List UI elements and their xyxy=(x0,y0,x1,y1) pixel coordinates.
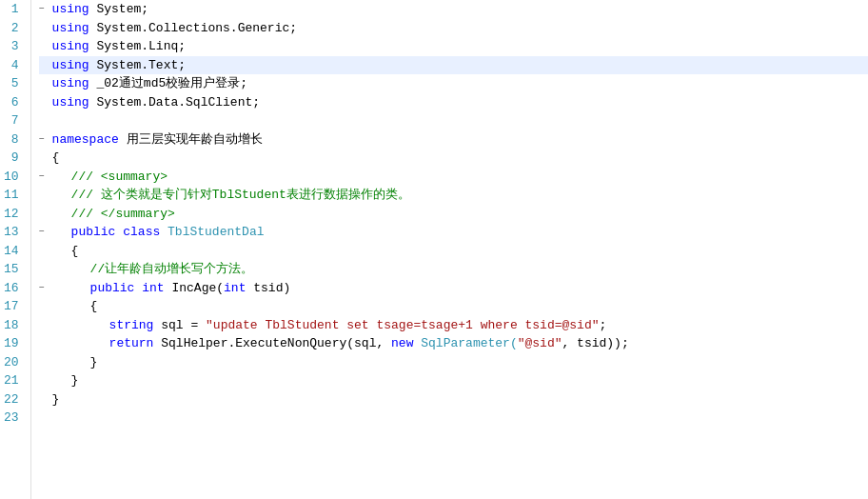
code-line: −using System; xyxy=(39,0,868,19)
keyword-token: public xyxy=(90,279,135,298)
identifier-token: SqlHelper.ExecuteNonQuery(sql, xyxy=(153,334,391,353)
comment-token: /// <summary> xyxy=(71,168,168,187)
fold-minus-icon: − xyxy=(39,225,50,239)
fold-minus-icon: − xyxy=(39,2,50,16)
keyword-token: using xyxy=(52,37,89,56)
punctuation-token: { xyxy=(71,242,79,261)
line-number: 18 xyxy=(4,316,23,335)
line-number: 14 xyxy=(4,242,23,261)
identifier-token: _02通过md5校验用户登录; xyxy=(89,74,247,93)
identifier-token: System.Text; xyxy=(89,56,186,75)
fold-minus-icon: − xyxy=(39,170,50,184)
punctuation-token: { xyxy=(90,297,98,316)
code-line: } xyxy=(39,353,868,372)
keyword-token: string xyxy=(109,316,154,335)
keyword-token: return xyxy=(109,334,154,353)
identifier-token: , tsid)); xyxy=(562,334,629,353)
line-number: 17 xyxy=(4,297,23,316)
identifier-token: System.Data.SqlClient; xyxy=(89,93,260,112)
comment-token: /// </summary> xyxy=(71,205,175,224)
keyword-token: using xyxy=(52,0,89,19)
line-number: 4 xyxy=(4,56,23,75)
space-token xyxy=(160,223,168,242)
identifier-token: IncAge( xyxy=(165,279,224,298)
identifier-token: System; xyxy=(89,0,148,19)
line-number: 5 xyxy=(4,74,23,93)
space-token xyxy=(134,279,142,298)
code-line: /// </summary> xyxy=(39,205,868,224)
line-number: 9 xyxy=(4,149,23,168)
code-line: −public class TblStudentDal xyxy=(39,223,868,242)
line-number: 10 xyxy=(4,168,23,187)
punctuation-token: } xyxy=(71,371,79,390)
keyword-token: class xyxy=(123,223,160,242)
punctuation-token: { xyxy=(52,149,60,168)
line-number: 3 xyxy=(4,37,23,56)
line-number: 11 xyxy=(4,186,23,205)
identifier-token: sql = xyxy=(153,316,206,335)
line-number: 23 xyxy=(4,409,23,428)
chinese-comment-token: //让年龄自动增长写个方法。 xyxy=(90,260,254,279)
code-line: { xyxy=(39,242,868,261)
line-numbers: 1234567891011121314151617181920212223 xyxy=(0,0,31,499)
keyword-token: new xyxy=(391,334,413,353)
type-token: SqlParameter( xyxy=(413,334,517,353)
fold-minus-icon: − xyxy=(39,281,50,295)
line-number: 19 xyxy=(4,334,23,353)
line-number: 2 xyxy=(4,19,23,38)
line-number: 22 xyxy=(4,390,23,409)
type-token: TblStudentDal xyxy=(168,223,264,242)
code-line xyxy=(39,111,868,130)
code-line: using System.Collections.Generic; xyxy=(39,19,868,38)
keyword-token: using xyxy=(52,93,89,112)
code-line: using _02通过md5校验用户登录; xyxy=(39,74,868,93)
line-number: 7 xyxy=(4,111,23,130)
code-line: string sql = "update TblStudent set tsag… xyxy=(39,316,868,335)
line-number: 16 xyxy=(4,279,23,298)
code-line: { xyxy=(39,149,868,168)
line-number: 12 xyxy=(4,205,23,224)
identifier-token: tsid) xyxy=(246,279,290,298)
keyword-token: using xyxy=(52,56,89,75)
code-line: using System.Data.SqlClient; xyxy=(39,93,868,112)
punctuation-token: } xyxy=(52,390,60,409)
line-number: 13 xyxy=(4,223,23,242)
identifier-token: 用三层实现年龄自动增长 xyxy=(119,130,263,150)
code-line: −/// <summary> xyxy=(39,168,868,187)
keyword-token: using xyxy=(52,74,89,93)
code-line: return SqlHelper.ExecuteNonQuery(sql, ne… xyxy=(39,334,868,353)
string-token: "@sid" xyxy=(518,334,562,353)
code-line: −namespace 用三层实现年龄自动增长 xyxy=(39,130,868,150)
code-line: −public int IncAge(int tsid) xyxy=(39,279,868,298)
code-line: } xyxy=(39,390,868,409)
code-editor: 1234567891011121314151617181920212223 −u… xyxy=(0,0,868,499)
line-number: 6 xyxy=(4,93,23,112)
string-token: "update TblStudent set tsage=tsage+1 whe… xyxy=(206,316,599,335)
line-number: 21 xyxy=(4,371,23,390)
line-number: 15 xyxy=(4,260,23,279)
code-line: /// 这个类就是专门针对TblStudent表进行数据操作的类。 xyxy=(39,186,868,205)
code-line: using System.Linq; xyxy=(39,37,868,56)
code-line: } xyxy=(39,371,868,390)
identifier-token: System.Linq; xyxy=(89,37,186,56)
code-line: { xyxy=(39,297,868,316)
chinese-comment-token: /// 这个类就是专门针对TblStudent表进行数据操作的类。 xyxy=(71,186,410,205)
line-number: 20 xyxy=(4,353,23,372)
code-line: //让年龄自动增长写个方法。 xyxy=(39,260,868,279)
space-token xyxy=(115,223,123,242)
keyword-token: public xyxy=(71,223,116,242)
code-line: using System.Text; xyxy=(39,56,868,75)
code-content: −using System;using System.Collections.G… xyxy=(31,0,868,499)
identifier-token: System.Collections.Generic; xyxy=(89,19,297,38)
punctuation-token: ; xyxy=(600,316,607,335)
keyword-token: int xyxy=(142,279,164,298)
code-line xyxy=(39,409,868,428)
line-number: 1 xyxy=(4,0,23,19)
punctuation-token: } xyxy=(90,353,98,372)
fold-minus-icon: − xyxy=(39,132,50,147)
line-number: 8 xyxy=(4,130,23,150)
keyword-token: using xyxy=(52,19,89,38)
keyword-token: int xyxy=(224,279,246,298)
keyword-token: namespace xyxy=(52,130,119,150)
